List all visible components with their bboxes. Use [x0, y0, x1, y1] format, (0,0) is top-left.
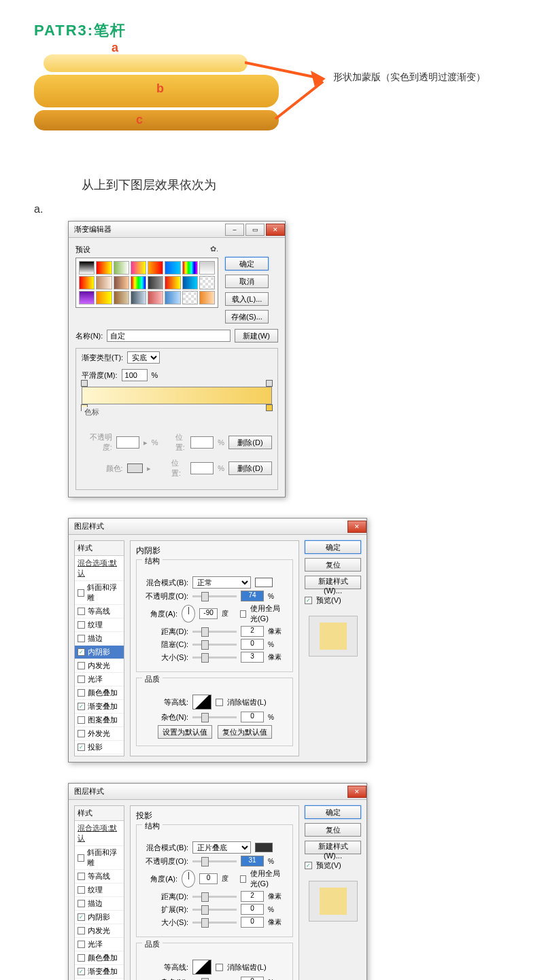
- cancel-button[interactable]: 取消: [225, 275, 269, 288]
- delete-stop-button-2: 删除(D): [228, 461, 272, 475]
- angle-dial[interactable]: [182, 605, 195, 623]
- shadow-color[interactable]: [255, 843, 273, 852]
- close-button[interactable]: ✕: [266, 224, 285, 236]
- opacity-slider[interactable]: [192, 595, 237, 597]
- pen-diagram: a b c 形状加蒙版（实色到透明过渡渐变）: [27, 54, 544, 156]
- contour-picker[interactable]: [192, 960, 211, 975]
- global-light-check[interactable]: [240, 610, 246, 618]
- load-button[interactable]: 载入(L)...: [225, 292, 269, 306]
- style-stroke[interactable]: 描边: [75, 897, 124, 911]
- diagram-caption: 形状加蒙版（实色到透明过渡渐变）: [333, 71, 486, 84]
- size-slider[interactable]: [192, 922, 237, 924]
- style-bevel[interactable]: 斜面和浮雕: [75, 846, 124, 870]
- distance-slider[interactable]: [192, 631, 237, 633]
- blend-default[interactable]: 混合选项:默认: [75, 556, 124, 581]
- angle-dial[interactable]: [182, 870, 195, 888]
- layer-style-dialog-drop-shadow: 图层样式 ✕ 样式 混合选项:默认 斜面和浮雕 等高线 纹理 描边 内阴影 内发…: [68, 783, 367, 980]
- style-color-overlay[interactable]: 颜色叠加: [75, 686, 124, 700]
- blend-mode-select[interactable]: 正片叠底: [192, 841, 251, 854]
- dialog-title: 渐变编辑器: [74, 224, 112, 234]
- stops-label: 色标: [82, 407, 102, 417]
- size-value[interactable]: 3: [241, 652, 264, 663]
- label-b: b: [156, 82, 164, 96]
- close-button[interactable]: ✕: [347, 786, 367, 798]
- type-label: 渐变类型(T):: [82, 353, 123, 363]
- reset-button[interactable]: 复位: [305, 558, 361, 572]
- preview-check[interactable]: [305, 862, 312, 869]
- preview-check[interactable]: [305, 597, 312, 604]
- style-texture[interactable]: 纹理: [75, 883, 124, 897]
- preset-swatches[interactable]: [75, 258, 218, 308]
- style-outer-glow[interactable]: 外发光: [75, 727, 124, 741]
- new-button[interactable]: 新建(W): [235, 329, 278, 343]
- distance-slider[interactable]: [192, 896, 237, 898]
- choke-slider[interactable]: [192, 644, 237, 646]
- antialias-check[interactable]: [216, 699, 223, 706]
- style-satin[interactable]: 光泽: [75, 938, 124, 951]
- style-contour[interactable]: 等高线: [75, 605, 124, 618]
- gradient-bar[interactable]: [82, 387, 272, 404]
- opacity-value[interactable]: 74: [241, 591, 264, 601]
- shadow-color[interactable]: [255, 578, 273, 587]
- reset-button[interactable]: 复位: [305, 823, 361, 837]
- preview-box: [309, 616, 358, 657]
- contour-picker[interactable]: [192, 695, 211, 710]
- noise-value[interactable]: 0: [241, 977, 264, 980]
- set-default-button[interactable]: 设置为默认值: [158, 725, 212, 739]
- style-inner-glow[interactable]: 内发光: [75, 924, 124, 938]
- size-slider[interactable]: [192, 657, 237, 659]
- minimize-button[interactable]: –: [225, 224, 244, 236]
- ok-button[interactable]: 确定: [305, 805, 361, 819]
- arrow-icon: [245, 54, 333, 129]
- opacity-slider[interactable]: [192, 860, 237, 862]
- distance-value[interactable]: 2: [241, 891, 264, 902]
- style-satin[interactable]: 光泽: [75, 673, 124, 686]
- choke-value[interactable]: 0: [241, 639, 264, 650]
- style-gradient-overlay[interactable]: 渐变叠加: [75, 965, 124, 979]
- smooth-input[interactable]: [122, 369, 148, 381]
- titlebar[interactable]: 图层样式 ✕: [69, 784, 367, 800]
- ok-button[interactable]: 确定: [225, 257, 269, 270]
- name-input[interactable]: [107, 330, 231, 342]
- style-inner-shadow[interactable]: 内阴影: [75, 646, 124, 659]
- style-contour[interactable]: 等高线: [75, 870, 124, 883]
- ok-button[interactable]: 确定: [305, 540, 361, 554]
- style-pattern-overlay[interactable]: 图案叠加: [75, 714, 124, 727]
- svg-line-0: [245, 63, 323, 79]
- close-button[interactable]: ✕: [347, 521, 367, 533]
- spread-slider[interactable]: [192, 909, 237, 911]
- opacity-value[interactable]: 31: [241, 856, 264, 867]
- maximize-button[interactable]: ▭: [245, 224, 265, 236]
- style-inner-shadow[interactable]: 内阴影: [75, 911, 124, 924]
- distance-value[interactable]: 2: [241, 626, 264, 637]
- gear-icon[interactable]: ✿.: [210, 245, 218, 255]
- angle-value[interactable]: -90: [199, 608, 217, 619]
- noise-value[interactable]: 0: [241, 712, 264, 722]
- save-button[interactable]: 存储(S)...: [225, 310, 269, 323]
- style-bevel[interactable]: 斜面和浮雕: [75, 581, 124, 605]
- reset-default-button[interactable]: 复位为默认值: [218, 725, 272, 739]
- style-color-overlay[interactable]: 颜色叠加: [75, 951, 124, 965]
- style-stroke[interactable]: 描边: [75, 632, 124, 646]
- noise-slider[interactable]: [192, 716, 237, 718]
- blend-mode-select[interactable]: 正常: [192, 576, 251, 589]
- antialias-check[interactable]: [216, 964, 223, 971]
- angle-value[interactable]: 0: [199, 873, 217, 884]
- opacity-stop-label: 不透明度:: [82, 432, 112, 453]
- style-drop-shadow[interactable]: 投影: [75, 741, 124, 754]
- titlebar[interactable]: 图层样式 ✕: [69, 519, 367, 535]
- titlebar[interactable]: 渐变编辑器 – ▭ ✕: [69, 222, 285, 238]
- gradient-editor-dialog: 渐变编辑器 – ▭ ✕ 预设 ✿. 确定 取消 载入(: [68, 221, 286, 497]
- label-c: c: [136, 113, 143, 127]
- style-texture[interactable]: 纹理: [75, 618, 124, 632]
- svg-line-2: [275, 82, 323, 119]
- type-select[interactable]: 实底: [127, 351, 160, 364]
- style-inner-glow[interactable]: 内发光: [75, 659, 124, 673]
- size-value[interactable]: 0: [241, 917, 264, 928]
- spread-value[interactable]: 0: [241, 904, 264, 915]
- new-style-button[interactable]: 新建样式(W)...: [305, 841, 361, 854]
- new-style-button[interactable]: 新建样式(W)...: [305, 576, 361, 589]
- style-gradient-overlay[interactable]: 渐变叠加: [75, 700, 124, 714]
- global-light-check[interactable]: [240, 875, 246, 883]
- blend-default[interactable]: 混合选项:默认: [75, 821, 124, 846]
